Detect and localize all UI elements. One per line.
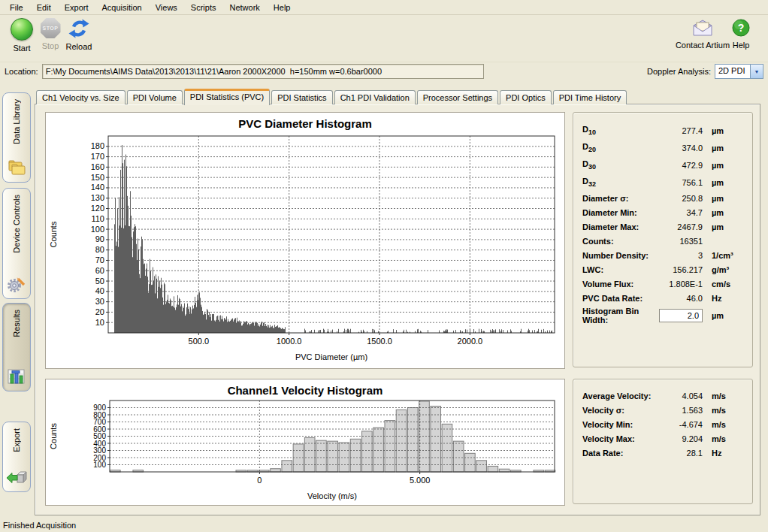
pvc-stat-row: D20374.0µm bbox=[582, 139, 743, 156]
stat-unit: Hz bbox=[703, 449, 743, 458]
pvc-stat-row: LWC:156.217g/m³ bbox=[582, 262, 743, 277]
pvc-stat-row: Volume Flux:1.808E-1cm/s bbox=[582, 277, 743, 291]
svg-text:700: 700 bbox=[93, 418, 106, 426]
svg-text:900: 900 bbox=[93, 404, 106, 412]
pvc-stat-row: Diameter Min:34.7µm bbox=[582, 205, 743, 219]
stat-value: 250.8 bbox=[653, 194, 703, 203]
pvc-diameter-histogram-panel: PVC Diameter Histogram 10203040506070809… bbox=[45, 112, 565, 369]
stat-value: 4.054 bbox=[653, 391, 703, 401]
svg-text:10: 10 bbox=[95, 318, 104, 327]
stat-label: D32 bbox=[582, 177, 653, 188]
reload-button[interactable]: Reload bbox=[57, 18, 101, 51]
tab-processor-settings[interactable]: Processor Settings bbox=[417, 90, 498, 104]
doppler-analysis-label: Doppler Analysis: bbox=[647, 67, 711, 76]
histogram-bin-width-input[interactable] bbox=[659, 309, 703, 322]
stat-label: D20 bbox=[582, 142, 653, 153]
stat-label: Diameter Max: bbox=[582, 222, 653, 231]
tab-pdi-optics[interactable]: PDI Optics bbox=[500, 90, 552, 104]
svg-text:170: 170 bbox=[91, 152, 104, 161]
stat-value: 3 bbox=[653, 251, 703, 260]
pvc-stat-row: Diameter Max:2467.9µm bbox=[582, 219, 743, 234]
svg-text:130: 130 bbox=[91, 193, 104, 202]
gear-pencil-icon bbox=[7, 275, 26, 295]
location-field[interactable] bbox=[42, 64, 484, 79]
stat-label: Data Rate: bbox=[582, 449, 653, 458]
svg-text:PVC Diameter (µm): PVC Diameter (µm) bbox=[295, 352, 367, 361]
pvc-stat-row: Diameter σ:250.8µm bbox=[582, 191, 743, 205]
svg-text:500.0: 500.0 bbox=[189, 337, 210, 346]
stat-unit: µm bbox=[703, 161, 743, 170]
stat-value: 34.7 bbox=[653, 208, 703, 217]
doppler-analysis-select[interactable]: 2D PDI ▼ bbox=[715, 64, 763, 79]
velocity-stat-row: Velocity Min:-4.674m/s bbox=[582, 417, 743, 431]
menu-item-export[interactable]: Export bbox=[58, 2, 95, 14]
tab-ch1-pdi-validation[interactable]: Ch1 PDI Validation bbox=[334, 90, 416, 104]
menu-item-help[interactable]: Help bbox=[267, 2, 298, 14]
stat-value: 756.1 bbox=[653, 178, 703, 187]
sidebar-item-label: Results bbox=[12, 310, 21, 337]
stat-value: 277.4 bbox=[653, 126, 703, 135]
stat-unit: µm bbox=[703, 178, 743, 187]
help-icon: ? bbox=[731, 18, 751, 38]
doppler-analysis-value: 2D PDI bbox=[715, 65, 750, 78]
stat-unit: m/s bbox=[703, 391, 743, 401]
pvc-stat-row: D32756.1µm bbox=[582, 174, 743, 191]
help-button[interactable]: ? Help bbox=[724, 18, 758, 50]
doppler-analysis-group: Doppler Analysis: 2D PDI ▼ bbox=[647, 62, 763, 80]
stat-value: 374.0 bbox=[653, 144, 703, 153]
svg-text:180: 180 bbox=[91, 141, 104, 150]
reload-button-label: Reload bbox=[66, 42, 92, 51]
contact-artium-button[interactable]: Contact Artium bbox=[675, 18, 730, 50]
velocity-histogram-chart: 10020030040050060070080090005.000Velocit… bbox=[46, 379, 563, 503]
sidebar-item-export[interactable]: Export bbox=[2, 422, 31, 492]
stat-label: Volume Flux: bbox=[582, 280, 653, 289]
pvc-stat-row: Number Density:31/cm³ bbox=[582, 248, 743, 262]
stat-unit: cm/s bbox=[703, 280, 743, 289]
svg-text:500: 500 bbox=[93, 432, 106, 440]
sidebar-item-label: Device Controls bbox=[12, 195, 21, 253]
svg-text:600: 600 bbox=[93, 425, 106, 434]
velocity-stat-row: Average Velocity:4.054m/s bbox=[582, 388, 743, 403]
sidebar-item-data-library[interactable]: Data Library bbox=[2, 92, 31, 183]
svg-text:300: 300 bbox=[93, 446, 106, 455]
svg-text:20: 20 bbox=[95, 307, 104, 316]
menu-item-scripts[interactable]: Scripts bbox=[184, 2, 223, 14]
svg-text:100: 100 bbox=[93, 461, 106, 469]
sidebar-item-device-controls[interactable]: Device Controls bbox=[2, 188, 31, 299]
svg-text:Velocity (m/s): Velocity (m/s) bbox=[307, 491, 357, 500]
velocity-histogram-title: Channel1 Velocity Histogram bbox=[46, 384, 564, 397]
stat-label: Velocity Min: bbox=[582, 420, 653, 429]
menu-item-file[interactable]: File bbox=[3, 2, 30, 14]
svg-text:400: 400 bbox=[93, 440, 106, 448]
stat-label: PVC Data Rate: bbox=[582, 294, 653, 303]
menu-item-network[interactable]: Network bbox=[222, 2, 266, 14]
tab-pdi-statistics[interactable]: PDI Statistics bbox=[271, 90, 332, 104]
menu-item-views[interactable]: Views bbox=[149, 2, 184, 14]
tab-pdi-statistics-pvc-[interactable]: PDI Statistics (PVC) bbox=[184, 89, 270, 105]
velocity-histogram-panel: Channel1 Velocity Histogram 100200300400… bbox=[45, 379, 565, 506]
velocity-statistics-groupbox: Average Velocity:4.054m/sVelocity σ:1.56… bbox=[573, 379, 753, 504]
stat-label: Number Density: bbox=[582, 251, 653, 260]
chevron-down-icon[interactable]: ▼ bbox=[750, 65, 763, 78]
tab-pdi-time-history[interactable]: PDI Time History bbox=[553, 90, 627, 104]
pvc-diameter-histogram-chart: 1020304050607080901001101201301401501601… bbox=[46, 113, 563, 367]
svg-text:40: 40 bbox=[95, 286, 104, 295]
stat-value: 9.204 bbox=[653, 434, 703, 443]
sidebar-item-results[interactable]: Results bbox=[2, 303, 31, 391]
stat-unit: m/s bbox=[703, 406, 743, 415]
stat-label: Histogram Bin Width: bbox=[582, 307, 650, 325]
menu-item-acquisition[interactable]: Acquisition bbox=[95, 2, 149, 14]
stat-value: 1.563 bbox=[653, 406, 703, 415]
svg-text:110: 110 bbox=[91, 214, 104, 223]
help-button-label: Help bbox=[733, 41, 750, 50]
svg-text:70: 70 bbox=[95, 255, 104, 264]
export-arrow-icon bbox=[6, 468, 27, 488]
stat-value: 28.1 bbox=[653, 449, 703, 458]
stat-unit: µm bbox=[703, 208, 743, 217]
menu-item-edit[interactable]: Edit bbox=[30, 2, 58, 14]
tab-ch1-velocity-vs-size[interactable]: Ch1 Velocity vs. Size bbox=[36, 90, 125, 104]
stat-label: Velocity Max: bbox=[582, 434, 653, 443]
stop-badge: STOP bbox=[43, 26, 59, 31]
tab-pdi-volume[interactable]: PDI Volume bbox=[127, 90, 183, 104]
svg-text:150: 150 bbox=[91, 173, 104, 182]
